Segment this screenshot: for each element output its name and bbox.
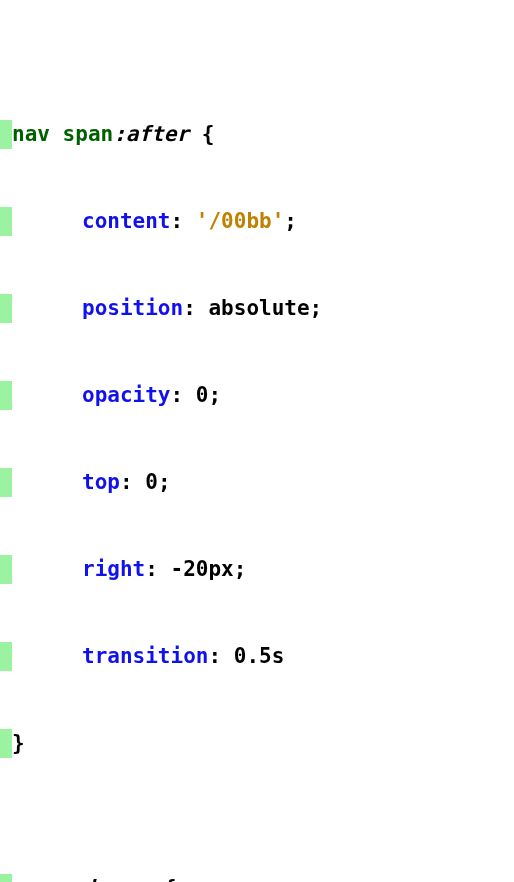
property: opacity xyxy=(82,383,171,407)
value: 0.5s xyxy=(234,644,285,668)
property: right xyxy=(82,557,145,581)
sep: : xyxy=(171,209,196,233)
selector: nav xyxy=(12,876,50,882)
diff-gutter-add xyxy=(0,555,12,584)
selector: a xyxy=(63,876,76,882)
code-editor: nav span:after { content: '/00bb'; posit… xyxy=(0,0,514,882)
code-line: nav span:after { xyxy=(0,120,514,149)
value: -20px xyxy=(171,557,234,581)
pseudo: :after xyxy=(113,122,189,146)
code-line: transition: 0.5s xyxy=(0,642,514,671)
value: absolute xyxy=(208,296,309,320)
code-line: opacity: 0; xyxy=(0,381,514,410)
semi: ; xyxy=(234,557,247,581)
value: 0 xyxy=(196,383,209,407)
code-line: nav a:hover { xyxy=(0,874,514,882)
semi: ; xyxy=(158,470,171,494)
diff-gutter-add xyxy=(0,729,12,758)
property: position xyxy=(82,296,183,320)
brace: } xyxy=(12,731,25,755)
property: content xyxy=(82,209,171,233)
code-line: right: -20px; xyxy=(0,555,514,584)
diff-gutter-add xyxy=(0,294,12,323)
property: transition xyxy=(82,644,208,668)
sep: : xyxy=(208,644,233,668)
code-line: } xyxy=(0,729,514,758)
pseudo: :hover xyxy=(75,876,151,882)
diff-gutter-add xyxy=(0,381,12,410)
code-line: top: 0; xyxy=(0,468,514,497)
semi: ; xyxy=(310,296,323,320)
diff-gutter-add xyxy=(0,468,12,497)
space xyxy=(50,122,63,146)
sep: : xyxy=(171,383,196,407)
semi: ; xyxy=(284,209,297,233)
property: top xyxy=(82,470,120,494)
diff-gutter-add xyxy=(0,207,12,236)
code-line: position: absolute; xyxy=(0,294,514,323)
value: 0 xyxy=(145,470,158,494)
selector: span xyxy=(63,122,114,146)
space xyxy=(50,876,63,882)
brace: { xyxy=(151,876,176,882)
code-line: content: '/00bb'; xyxy=(0,207,514,236)
selector: nav xyxy=(12,122,50,146)
diff-gutter-add xyxy=(0,120,12,149)
brace: { xyxy=(189,122,214,146)
value: '/00bb' xyxy=(196,209,285,233)
diff-gutter-add xyxy=(0,874,12,882)
sep: : xyxy=(183,296,208,320)
semi: ; xyxy=(208,383,221,407)
diff-gutter-add xyxy=(0,642,12,671)
sep: : xyxy=(145,557,170,581)
sep: : xyxy=(120,470,145,494)
